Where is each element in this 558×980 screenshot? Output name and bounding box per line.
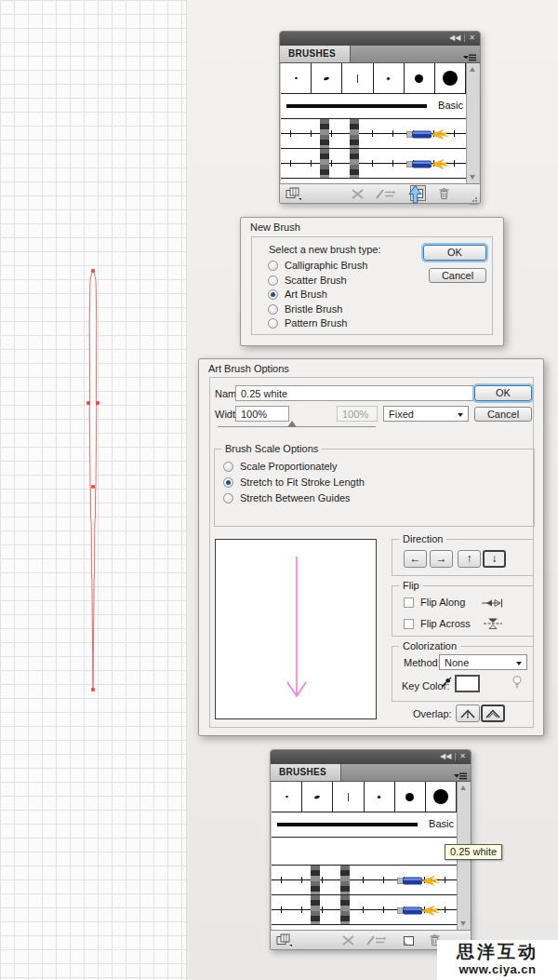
brush-item-basic[interactable]: Basic [272,812,457,838]
radio-icon[interactable] [268,275,278,286]
ok-button[interactable]: OK [474,385,532,401]
scroll-down-icon[interactable] [470,175,475,180]
cancel-button[interactable]: Cancel [429,268,486,283]
brush-swatch[interactable] [395,782,426,812]
name-input[interactable]: 0.25 white [235,385,473,401]
tips-lightbulb-icon[interactable] [512,675,523,691]
resize-grip[interactable] [470,193,478,209]
direction-up-button[interactable]: ↑ [458,550,481,568]
options-of-selected-object-button[interactable] [375,187,395,204]
brush-swatch[interactable] [302,782,333,812]
radio-calligraphic-brush[interactable]: Calligraphic Brush [268,260,367,271]
selected-path-shape[interactable] [79,264,107,702]
radio-icon[interactable] [223,462,233,472]
art-brush-preview-icon [406,128,449,144]
new-brush-button[interactable] [403,933,415,950]
direction-down-button[interactable]: ↓ [483,550,506,568]
width-input[interactable]: 100% [235,406,289,422]
brush-swatch[interactable] [342,63,373,93]
flip-across-icon [483,617,503,632]
direction-left-button[interactable]: ← [404,550,427,568]
panel-tab-bar: BRUSHES [280,46,480,63]
direction-right-button[interactable]: → [430,550,453,568]
brush-item-basic[interactable]: Basic [281,94,466,119]
panel-header: ◀◀ ✕ [280,32,480,46]
width-mode-dropdown[interactable]: Fixed [383,406,469,422]
basic-brush-stroke [286,104,427,108]
radio-scatter-brush[interactable]: Scatter Brush [268,275,347,286]
flip-along-checkbox-row[interactable]: Flip Along [404,597,465,608]
close-panel-icon[interactable]: ✕ [469,34,475,43]
radio-scale-proportionately[interactable]: Scale Proportionately [223,461,338,472]
scroll-down-icon[interactable] [460,921,466,926]
remove-brush-stroke-button[interactable] [341,933,355,950]
dropdown-arrow-icon [458,413,463,417]
scroll-up-icon[interactable] [470,67,475,72]
radio-icon-selected[interactable] [223,477,233,488]
basic-brush-stroke [277,823,418,826]
calligraphic-brush-row [281,63,466,94]
overlap-adjust-icon [485,708,501,719]
brush-item-art-1[interactable] [272,866,457,895]
ok-button[interactable]: OK [423,245,486,261]
brush-swatch[interactable] [435,63,466,93]
watermark: 思洋互动 www.ciya.cn [437,940,558,980]
brush-libraries-button[interactable] [286,187,302,204]
flip-across-checkbox-row[interactable]: Flip Across [404,618,471,629]
radio-stretch-between-guides[interactable]: Stretch Between Guides [223,492,351,503]
radio-icon[interactable] [223,493,233,503]
checkbox-icon[interactable] [404,597,414,608]
radio-icon[interactable] [268,304,278,315]
collapse-panel-icon[interactable]: ◀◀ [449,34,460,43]
dialog-title: New Brush [250,222,300,233]
brush-swatch[interactable] [281,63,312,93]
brush-type-prompt: Select a new brush type: [269,244,380,255]
new-brush-dialog: New Brush Select a new brush type: Calli… [240,217,504,346]
brush-item-art-2[interactable] [272,895,457,925]
overlap-no-adjust-button[interactable] [456,705,480,722]
width-slider-track[interactable] [218,426,376,427]
brush-swatch[interactable] [426,782,457,812]
brush-swatch[interactable] [365,782,395,812]
remove-brush-stroke-button[interactable] [351,187,365,204]
brush-item-025-white[interactable] [272,838,457,866]
options-of-selected-object-button[interactable] [365,933,386,950]
cancel-button[interactable]: Cancel [474,407,532,422]
radio-icon-selected[interactable] [268,289,278,300]
checkbox-icon[interactable] [404,619,414,629]
brush-list: Basic [272,782,470,930]
overlap-adjust-button[interactable] [481,705,505,722]
scrollbar[interactable] [466,63,479,183]
art-brush-preview-icon [397,874,440,891]
key-color-swatch[interactable] [455,675,480,692]
scroll-up-icon[interactable] [460,785,466,790]
header-divider [464,34,465,42]
delete-brush-button[interactable] [438,187,450,204]
radio-bristle-brush[interactable]: Bristle Brush [268,303,342,315]
close-panel-icon[interactable]: ✕ [459,752,466,761]
group-legend: Colorization [399,640,460,651]
brush-swatch[interactable] [333,782,364,812]
overlap-label: Overlap: [413,708,452,719]
tab-brushes[interactable]: BRUSHES [280,46,351,62]
method-dropdown[interactable]: None [439,654,527,670]
brush-swatch[interactable] [405,63,435,93]
colorization-group: Colorization Method: None Key Color: [392,646,534,702]
radio-icon[interactable] [268,261,278,271]
radio-art-brush[interactable]: Art Brush [268,289,327,300]
radio-pattern-brush[interactable]: Pattern Brush [268,317,347,329]
tab-brushes[interactable]: BRUSHES [271,764,341,781]
radio-icon[interactable] [268,318,278,329]
eyedropper-icon[interactable] [440,677,452,691]
brush-swatch[interactable] [374,63,405,93]
width-slider-thumb[interactable] [287,421,297,427]
collapse-panel-icon[interactable]: ◀◀ [440,752,451,761]
brush-swatch[interactable] [312,63,342,93]
group-legend: Flip [399,580,423,591]
radio-stretch-to-fit[interactable]: Stretch to Fit Stroke Length [223,477,365,488]
brush-item-art-2[interactable] [281,149,466,179]
brush-libraries-button[interactable] [276,933,293,950]
brush-item-art-1[interactable] [281,119,466,149]
panel-header: ◀◀ ✕ [271,750,471,764]
brush-swatch[interactable] [272,782,302,812]
